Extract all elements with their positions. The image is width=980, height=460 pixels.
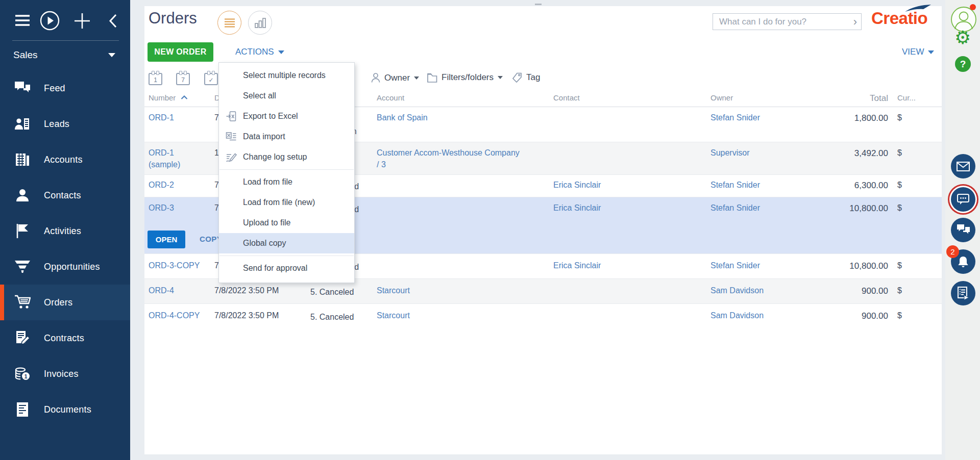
analytics-view-button[interactable] — [248, 11, 272, 35]
collapse-sidebar-icon[interactable] — [109, 14, 117, 30]
run-process-icon[interactable] — [40, 11, 60, 33]
sidebar-item-accounts[interactable]: Accounts — [0, 142, 130, 177]
sidebar-item-contacts[interactable]: Contacts — [0, 177, 130, 213]
add-record-icon[interactable] — [74, 12, 91, 32]
column-header-owner[interactable]: Owner — [706, 93, 838, 107]
sidebar-nav: Feed Leads Accounts Contacts — [0, 70, 130, 427]
order-total: 3,492.00 — [838, 142, 888, 174]
help-icon[interactable]: ? — [955, 56, 971, 72]
sidebar-item-feed[interactable]: Feed — [0, 70, 130, 106]
view-label: VIEW — [902, 47, 924, 57]
order-number-link[interactable]: ORD-1 — [149, 113, 174, 122]
column-header-number[interactable]: Number — [144, 93, 211, 107]
order-currency: $ — [888, 254, 942, 278]
owner-link[interactable]: Sam Davidson — [710, 311, 764, 320]
chat-dots-icon — [957, 194, 969, 205]
menu-item-export-excel[interactable]: Export to Excel — [219, 106, 354, 126]
contact-link[interactable]: Erica Sinclair — [553, 181, 601, 189]
menu-item-global-copy[interactable]: Global copy — [219, 233, 354, 253]
accounts-icon — [14, 151, 31, 168]
sidebar-item-activities[interactable]: Activities — [0, 213, 130, 249]
calendar-check-filter[interactable]: ✓ — [204, 73, 218, 85]
sidebar-item-invoices[interactable]: 1 Invoices — [0, 356, 130, 392]
calendar-week-filter[interactable]: 7 — [176, 73, 190, 85]
feed-notifications-button[interactable] — [951, 218, 975, 242]
owner-link[interactable]: Stefan Snider — [710, 181, 760, 189]
order-number-link[interactable]: ORD-1 — [149, 148, 174, 157]
column-header-account[interactable]: Account — [371, 93, 550, 107]
filters-folders-button[interactable]: Filters/folders — [427, 72, 503, 83]
column-header-total[interactable]: Total — [838, 93, 888, 107]
column-header-contact[interactable]: Contact — [550, 93, 706, 107]
order-number-link[interactable]: ORD-4-COPY — [149, 311, 200, 320]
sidebar-item-opportunities[interactable]: Opportunities — [0, 249, 130, 285]
order-total: 1,800.00 — [838, 107, 888, 142]
menu-item-load-from-file-new[interactable]: Load from file (new) — [219, 192, 354, 213]
account-link[interactable]: Starcourt — [377, 286, 410, 295]
view-dropdown-button[interactable]: VIEW — [902, 47, 934, 57]
sidebar: Sales Feed Leads Accounts — [0, 0, 130, 460]
list-view-button[interactable] — [217, 11, 241, 35]
menu-item-upload-to-file[interactable]: Upload to file — [219, 213, 354, 233]
sidebar-divider — [12, 40, 119, 41]
owner-link[interactable]: Stefan Snider — [710, 203, 760, 212]
sidebar-item-documents[interactable]: Documents — [0, 392, 130, 427]
workspace-selector[interactable]: Sales — [13, 47, 118, 63]
contact-link[interactable]: Erica Sinclair — [553, 261, 601, 270]
owner-filter[interactable]: Owner — [371, 72, 419, 83]
actions-dropdown-menu: Select multiple records Select all Expor… — [218, 62, 355, 283]
actions-dropdown-button[interactable]: ACTIONS — [235, 47, 284, 57]
open-button[interactable]: OPEN — [148, 231, 185, 248]
menu-item-data-import[interactable]: Data import — [219, 126, 354, 147]
order-number-link[interactable]: ORD-2 — [149, 181, 174, 189]
order-number-link[interactable]: ORD-3-COPY — [149, 261, 200, 270]
contact-link[interactable]: Erica Sinclair — [553, 203, 601, 212]
order-number-link[interactable]: ORD-4 — [149, 286, 174, 295]
new-order-button[interactable]: NEW ORDER — [148, 42, 213, 62]
process-log-button[interactable] — [951, 281, 975, 305]
hamburger-menu-icon[interactable] — [15, 15, 30, 28]
chat-button-active[interactable] — [951, 187, 975, 212]
search-input[interactable] — [713, 14, 843, 30]
workspace-label: Sales — [13, 49, 38, 61]
order-total: 900.00 — [838, 279, 888, 303]
table-row[interactable]: ORD-4-COPY 7/8/2022 3:50 PM 5. Canceled … — [144, 303, 942, 328]
email-button[interactable] — [951, 154, 975, 178]
dual-chat-icon — [957, 224, 970, 236]
menu-item-send-for-approval[interactable]: Send for approval — [219, 258, 354, 278]
column-header-currency[interactable]: Cur... — [888, 93, 942, 107]
sidebar-item-orders[interactable]: Orders — [0, 285, 130, 320]
account-link[interactable]: Starcourt — [377, 311, 410, 320]
sidebar-item-contracts[interactable]: Contracts — [0, 320, 130, 356]
account-link[interactable]: Bank of Spain — [377, 113, 428, 122]
top-scroll-indicator — [535, 4, 542, 5]
status-dot — [970, 4, 976, 10]
invoices-icon: 1 — [14, 365, 31, 382]
account-link[interactable]: Customer Accom-Westhouse Company — [377, 148, 520, 157]
actions-label: ACTIONS — [235, 47, 274, 57]
menu-item-change-log[interactable]: Change log setup — [219, 147, 354, 167]
creatio-logo: Creatio — [871, 9, 927, 28]
owner-link[interactable]: Sam Davidson — [710, 286, 764, 295]
gear-icon[interactable]: ⚙ — [954, 29, 971, 47]
menu-item-load-from-file[interactable]: Load from file — [219, 172, 354, 192]
owner-link[interactable]: Stefan Snider — [710, 261, 760, 270]
owner-link[interactable]: Stefan Snider — [710, 113, 760, 122]
owner-link[interactable]: Supervisor — [710, 148, 749, 157]
search-submit-icon[interactable]: › — [853, 14, 857, 30]
order-total: 900.00 — [838, 304, 888, 328]
change-log-icon — [226, 152, 237, 162]
menu-item-select-multiple[interactable]: Select multiple records — [219, 65, 354, 86]
account-link-line2[interactable]: / 3 — [377, 160, 386, 169]
order-currency: $ — [888, 279, 942, 303]
calendar-day-filter[interactable]: 1 — [149, 73, 162, 85]
sidebar-item-leads[interactable]: Leads — [0, 106, 130, 142]
sidebar-item-label: Documents — [44, 404, 91, 415]
tag-button[interactable]: Tag — [511, 72, 540, 83]
order-number-link[interactable]: ORD-3 — [149, 203, 174, 212]
excel-export-icon — [226, 111, 237, 121]
svg-text:1: 1 — [24, 373, 27, 379]
order-total: 10,800.00 — [838, 254, 888, 278]
order-number-line2[interactable]: (sample) — [149, 160, 180, 169]
menu-item-select-all[interactable]: Select all — [219, 86, 354, 106]
